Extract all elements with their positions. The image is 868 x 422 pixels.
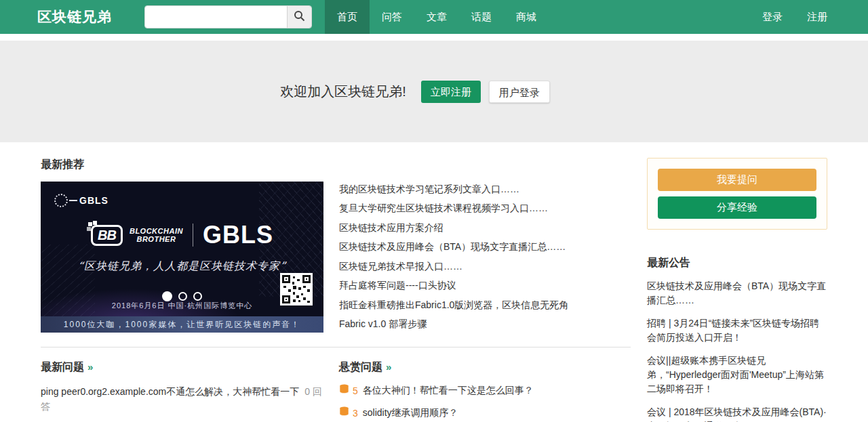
section-divider: [41, 347, 631, 347]
login-link[interactable]: 登录: [762, 11, 783, 24]
main-container: 最新推荐 GBLS BB BLOCKCHAIN BROTHER: [41, 142, 827, 422]
coins-icon: [339, 384, 349, 397]
article-link[interactable]: 我的区块链技术学习笔记系列文章入口……: [339, 184, 631, 196]
article-link[interactable]: 区块链技术应用方案介绍: [339, 222, 631, 234]
article-link[interactable]: 区块链技术及应用峰会（BTA）现场文字直播汇总……: [339, 241, 631, 253]
gbls-wordmark: GBLS: [203, 221, 273, 249]
bounty-item[interactable]: 3 solidity继承调用顺序？: [339, 406, 631, 419]
welcome-text: 欢迎加入区块链兄弟!: [280, 83, 406, 101]
nav-item-home[interactable]: 首页: [325, 0, 370, 34]
announcement-item[interactable]: 会议||超级账本携手区块链兄弟，“Hyperledger面对面'Meetup”上…: [647, 354, 827, 396]
announcement-item[interactable]: 区块链技术及应用峰会（BTA）现场文字直播汇总……: [647, 279, 827, 308]
main-nav: 首页 问答 文章 话题 商城: [325, 0, 549, 34]
more-arrow-icon[interactable]: »: [386, 361, 391, 373]
carousel-dot-3[interactable]: [193, 292, 202, 301]
announcement-item[interactable]: 招聘 | 3月24日“链接未来”区块链专场招聘会简历投送入口开启！: [647, 316, 827, 345]
qr-code: [280, 273, 313, 305]
share-experience-button[interactable]: 分享经验: [658, 196, 816, 219]
nav-item-qa[interactable]: 问答: [370, 0, 414, 34]
search-button[interactable]: [287, 6, 311, 28]
nav-item-topics[interactable]: 话题: [459, 0, 504, 34]
announcements-title: 最新公告: [647, 256, 827, 270]
main-column: 最新推荐 GBLS BB BLOCKCHAIN BROTHER: [41, 158, 631, 422]
ask-share-box: 我要提问 分享经验: [647, 158, 827, 230]
article-link[interactable]: 拜占庭将军问题----口头协议: [339, 280, 631, 292]
dotted-circle-icon: [54, 194, 68, 207]
register-link[interactable]: 注册: [807, 11, 827, 24]
site-logo[interactable]: 区块链兄弟: [37, 7, 112, 26]
bounty-amount: 5: [353, 385, 358, 396]
welcome-hero: 欢迎加入区块链兄弟! 立即注册 用户登录: [0, 41, 868, 142]
user-login-button[interactable]: 用户登录: [489, 81, 550, 103]
blockchain-brother-wordmark: BLOCKCHAIN BROTHER: [130, 227, 183, 243]
carousel-dot-2[interactable]: [178, 292, 187, 301]
auth-links: 登录 注册: [762, 11, 827, 24]
coins-icon: [339, 406, 349, 419]
register-now-button[interactable]: 立即注册: [421, 81, 481, 103]
banner-quote: “区块链兄弟，人人都是区块链技术专家”: [41, 259, 323, 274]
recommended-articles: 我的区块链技术学习笔记系列文章入口…… 复旦大学研究生区块链技术课程视频学习入口…: [339, 182, 631, 333]
article-link[interactable]: 复旦大学研究生区块链技术课程视频学习入口……: [339, 203, 631, 215]
article-link[interactable]: 指旺金科重磅推出Fabric1.0版浏览器，区块信息无死角: [339, 299, 631, 312]
nav-item-mall[interactable]: 商城: [504, 0, 549, 34]
right-sidebar: 我要提问 分享经验 最新公告 区块链技术及应用峰会（BTA）现场文字直播汇总………: [647, 158, 827, 422]
latest-questions-title: 最新问题»: [41, 360, 326, 375]
bounty-questions-section: 悬赏问题» 5 各位大神们！帮忙看一下这是怎么回事？ 3 solidity继承调…: [339, 360, 631, 422]
bounty-item[interactable]: 5 各位大神们！帮忙看一下这是怎么回事？: [339, 384, 631, 397]
search-input[interactable]: [145, 6, 287, 28]
more-arrow-icon[interactable]: »: [87, 361, 93, 373]
carousel-dot-1[interactable]: [162, 291, 172, 301]
search-icon: [294, 10, 305, 24]
announcement-item[interactable]: 会议 | 2018年区块链技术及应用峰会(BTA)·中国报名入口通道开启: [647, 405, 827, 422]
latest-questions-section: 最新问题» ping peer0.org2.example.com不通怎么解决，…: [41, 360, 339, 422]
nav-item-articles[interactable]: 文章: [414, 0, 459, 34]
logo-divider: [193, 224, 193, 247]
bb-logo-icon: BB: [91, 225, 123, 246]
article-link[interactable]: Fabric v1.0 部署步骤: [339, 318, 631, 331]
search-box: [144, 5, 312, 28]
recommend-title: 最新推荐: [41, 158, 631, 172]
bounty-amount: 3: [353, 408, 358, 419]
question-item[interactable]: ping peer0.org2.example.com不通怎么解决，大神帮忙看一…: [41, 384, 326, 414]
banner-center-logo: BB BLOCKCHAIN BROTHER GBLS: [41, 221, 323, 249]
ask-question-button[interactable]: 我要提问: [658, 169, 816, 191]
top-navbar: 区块链兄弟 首页 问答 文章 话题 商城 登录 注册: [0, 0, 868, 34]
logo-dash: [69, 200, 77, 201]
gbls-corner-logo: GBLS: [54, 194, 108, 207]
article-link[interactable]: 区块链兄弟技术早报入口……: [339, 261, 631, 273]
banner-tagline-strip: 1000位大咖，1000家媒体，让世界听见区块链的声音！: [41, 316, 323, 333]
bounty-questions-title: 悬赏问题»: [339, 360, 631, 375]
promo-banner[interactable]: GBLS BB BLOCKCHAIN BROTHER GBLS “区块链兄弟，人…: [41, 182, 323, 333]
